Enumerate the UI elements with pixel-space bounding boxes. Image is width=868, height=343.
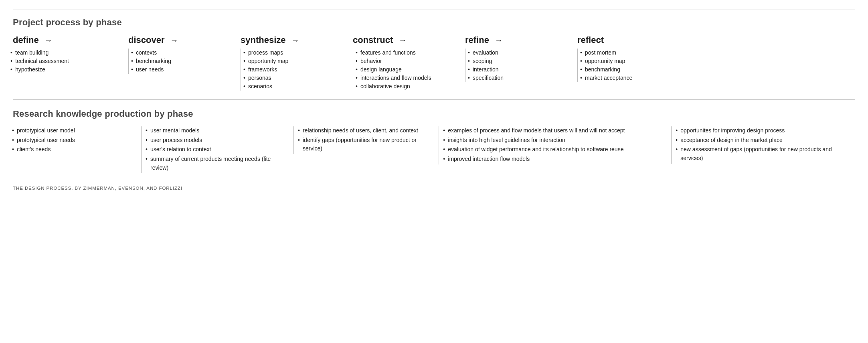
phase-items-construct: features and functionsbehaviordesign lan… — [353, 49, 462, 91]
top-section-title: Project process by phase — [13, 17, 855, 28]
list-item: new assessment of gaps (opportunities fo… — [676, 145, 849, 162]
list-item: relationship needs of users, client, and… — [299, 126, 432, 135]
list-item: user needs — [134, 65, 237, 74]
list-item: behavior — [358, 57, 462, 65]
phase-block-refine: refine→evaluationscopinginteractionspeci… — [462, 35, 574, 82]
list-item: specification — [470, 74, 574, 82]
list-item: technical assessment — [13, 57, 125, 65]
phase-items-refine: evaluationscopinginteractionspecificatio… — [465, 49, 574, 82]
phase-arrow-define: → — [45, 36, 53, 44]
list-item: user process models — [146, 136, 287, 145]
list-item: user's relation to context — [146, 145, 287, 154]
list-item: user mental models — [146, 126, 287, 135]
list-item: benchmarking — [134, 57, 237, 65]
list-item: opportunites for improving design proces… — [676, 126, 849, 135]
list-item: insights into high level guidelines for … — [444, 136, 665, 145]
knowledge-items-3: examples of process and flow models that… — [444, 126, 665, 164]
top-section: Project process by phase define→team bui… — [13, 10, 855, 100]
list-item: identify gaps (opportunities for new pro… — [299, 136, 432, 153]
list-item: benchmarking — [583, 65, 686, 74]
list-item: client's needs — [13, 145, 135, 154]
bottom-section-title: Research knowledge production by phase — [13, 109, 855, 119]
list-item: team building — [13, 49, 125, 57]
list-item: features and functions — [358, 49, 462, 57]
phase-block-define: define→team buildingtechnical assessment… — [13, 35, 125, 74]
citation: THE DESIGN PROCESS, BY ZIMMERMAN, EVENSO… — [13, 186, 855, 191]
phase-name-synthesize: synthesize — [241, 35, 286, 45]
phase-items-define: team buildingtechnical assessmenthypothe… — [13, 49, 125, 74]
phase-row: define→team buildingtechnical assessment… — [13, 35, 855, 91]
phase-block-synthesize: synthesize→process mapsopportunity mapfr… — [237, 35, 350, 91]
list-item: scenarios — [246, 82, 350, 91]
knowledge-items-4: opportunites for improving design proces… — [676, 126, 849, 164]
list-item: opportunity map — [246, 57, 350, 65]
phase-items-discover: contextsbenchmarkinguser needs — [128, 49, 237, 74]
list-item: interaction — [470, 65, 574, 74]
list-item: post mortem — [583, 49, 686, 57]
knowledge-row: prototypical user modelprototypical user… — [13, 126, 855, 173]
knowledge-items-0: prototypical user modelprototypical user… — [13, 126, 135, 155]
phase-name-reflect: reflect — [577, 35, 604, 45]
knowledge-items-2: relationship needs of users, client, and… — [299, 126, 432, 154]
list-item: prototypical user model — [13, 126, 135, 135]
knowledge-block-1: user mental modelsuser process modelsuse… — [141, 126, 293, 173]
list-item: contexts — [134, 49, 237, 57]
list-item: examples of process and flow models that… — [444, 126, 665, 135]
list-item: improved interaction flow models — [444, 155, 665, 164]
phase-items-reflect: post mortemopportunity mapbenchmarkingma… — [577, 49, 686, 82]
phase-arrow-synthesize: → — [291, 36, 299, 44]
knowledge-block-2: relationship needs of users, client, and… — [293, 126, 439, 154]
list-item: prototypical user needs — [13, 136, 135, 145]
phase-arrow-discover: → — [170, 36, 178, 44]
list-item: opportunity map — [583, 57, 686, 65]
phase-block-discover: discover→contextsbenchmarkinguser needs — [125, 35, 237, 74]
list-item: frameworks — [246, 65, 350, 74]
knowledge-block-0: prototypical user modelprototypical user… — [13, 126, 141, 155]
bottom-section: Research knowledge production by phase p… — [13, 100, 855, 173]
knowledge-block-4: opportunites for improving design proces… — [671, 126, 855, 164]
phase-block-reflect: reflectpost mortemopportunity mapbenchma… — [574, 35, 686, 82]
list-item: evaluation — [470, 49, 574, 57]
list-item: process maps — [246, 49, 350, 57]
knowledge-items-1: user mental modelsuser process modelsuse… — [146, 126, 287, 173]
list-item: market acceptance — [583, 74, 686, 82]
list-item: summary of current products meeting need… — [146, 155, 287, 172]
phase-arrow-construct: → — [399, 36, 407, 44]
list-item: collaborative design — [358, 82, 462, 91]
phase-name-discover: discover — [128, 35, 165, 45]
list-item: scoping — [470, 57, 574, 65]
phase-block-construct: construct→features and functionsbehavior… — [350, 35, 462, 91]
phase-name-refine: refine — [465, 35, 489, 45]
list-item: design language — [358, 65, 462, 74]
phase-arrow-refine: → — [495, 36, 503, 44]
list-item: acceptance of design in the market place — [676, 136, 849, 145]
phase-name-construct: construct — [353, 35, 393, 45]
list-item: personas — [246, 74, 350, 82]
phase-items-synthesize: process mapsopportunity mapframeworksper… — [241, 49, 350, 91]
list-item: evaluation of widget performance and its… — [444, 145, 665, 154]
knowledge-block-3: examples of process and flow models that… — [439, 126, 671, 164]
list-item: hypothesize — [13, 65, 125, 74]
phase-name-define: define — [13, 35, 39, 45]
list-item: interactions and flow models — [358, 74, 462, 82]
